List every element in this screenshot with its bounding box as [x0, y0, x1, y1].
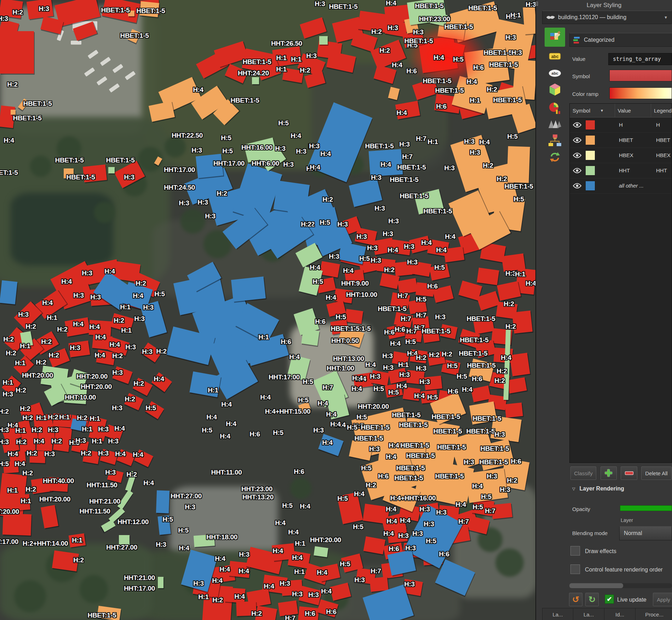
map-label: H:3: [193, 580, 204, 587]
color-ramp-preview[interactable]: [609, 87, 672, 99]
category-swatch[interactable]: [585, 150, 595, 160]
classify-button[interactable]: Classify: [570, 466, 596, 480]
category-row[interactable]: HH: [570, 117, 672, 133]
map-label: HHT:17.00: [213, 160, 245, 167]
opacity-slider[interactable]: [620, 505, 672, 511]
map-label: H:4: [133, 451, 143, 458]
map-label: H:4: [95, 334, 106, 340]
layer-selector[interactable]: building.120120 — building ▼: [542, 11, 672, 24]
map-label: HBET:1-5: [66, 174, 95, 180]
symbol-preview[interactable]: [609, 70, 672, 81]
apply-button[interactable]: Apply: [653, 593, 672, 606]
tab-annotations[interactable]: [545, 117, 565, 131]
map-building: [41, 505, 58, 528]
category-row[interactable]: HHTHHT: [570, 163, 672, 178]
map-label: H:2: [16, 387, 26, 394]
header-symbol[interactable]: Symbol ▼: [570, 104, 615, 117]
blend-mode-select[interactable]: Normal: [619, 526, 672, 540]
tab-symbology[interactable]: [545, 28, 565, 47]
map-label: H:2: [125, 396, 135, 402]
map-label: HHT:1.00: [327, 365, 354, 372]
eye-visibility-icon[interactable]: [573, 168, 582, 173]
map-label: HHT:17.00: [124, 585, 155, 592]
scrollbar-thumb[interactable]: [569, 583, 623, 588]
header-value[interactable]: Value: [615, 104, 651, 117]
map-label: H:3: [356, 233, 367, 240]
map-label: H:3: [306, 52, 317, 59]
eye-visibility-icon[interactable]: [573, 183, 582, 189]
category-swatch[interactable]: [585, 166, 595, 176]
map-label: H:1: [208, 387, 218, 394]
map-label: H:1: [121, 327, 132, 334]
category-swatch[interactable]: [585, 181, 595, 191]
eye-visibility-icon[interactable]: [573, 153, 582, 158]
map-label: H:4: [390, 340, 401, 347]
tab-history[interactable]: [545, 150, 565, 164]
tab-style[interactable]: [545, 133, 565, 149]
control-order-checkbox[interactable]: [570, 564, 580, 574]
map-label: HBET:1-5: [136, 7, 165, 14]
map-label: H:3: [73, 292, 84, 299]
tab-diagrams[interactable]: [545, 101, 565, 115]
map-label: H:6: [305, 610, 315, 617]
map-label: H:3: [404, 243, 414, 250]
remove-category-button[interactable]: [621, 466, 637, 480]
category-row[interactable]: HBETHBET: [570, 132, 672, 148]
bottom-tab-identify[interactable]: Id...: [604, 608, 636, 620]
bottom-tab-layer-styling[interactable]: La...: [573, 608, 604, 620]
category-value: HBET: [619, 137, 633, 143]
live-update-checkbox[interactable]: ✔: [605, 595, 614, 604]
plus-icon: ✚: [605, 468, 613, 479]
map-label: H:3: [470, 149, 480, 156]
bottom-tab-layers[interactable]: La...: [542, 608, 573, 620]
map-label: H:4: [445, 233, 455, 240]
value-expression-input[interactable]: string_to_array: [608, 53, 672, 65]
map-label: H:2: [371, 28, 382, 35]
redo-button[interactable]: ↻: [585, 593, 599, 606]
eye-visibility-icon[interactable]: [573, 137, 582, 143]
map-building: [512, 310, 533, 333]
draw-effects-checkbox[interactable]: [570, 546, 580, 556]
map-label: H:1: [198, 593, 209, 600]
draw-effects-label: Draw effects: [585, 548, 616, 555]
horizontal-scrollbar[interactable]: [569, 583, 672, 588]
map-label: H:3: [48, 426, 58, 433]
category-swatch[interactable]: [585, 135, 595, 145]
add-category-button[interactable]: ✚: [601, 466, 617, 480]
map-label: H:3: [399, 371, 410, 378]
map-label: HHT:10.00: [65, 394, 96, 401]
map-label: HBET:1-5: [55, 157, 84, 163]
map-building: [471, 385, 491, 402]
map-label: HHT:20.00: [310, 536, 341, 543]
map-building: [369, 576, 389, 592]
map-label: H:3: [337, 221, 348, 228]
delete-all-button[interactable]: Delete All: [641, 466, 672, 480]
map-building: [108, 167, 115, 173]
control-order-label: Control feature rendering order: [585, 567, 672, 573]
map-label: H:3: [371, 174, 381, 181]
layer-rendering-header[interactable]: ▽ Layer Rendering: [572, 486, 624, 492]
renderer-type-select[interactable]: Categorized: [569, 33, 672, 47]
category-row[interactable]: HBEXHBEX: [570, 148, 672, 163]
header-legend[interactable]: Legend: [651, 104, 672, 117]
tab-3d-view[interactable]: [545, 82, 565, 97]
map-label: H:4: [330, 421, 341, 427]
map-label: H:3: [313, 427, 324, 434]
map-label: H:1: [398, 361, 409, 368]
undo-button[interactable]: ↺: [569, 593, 582, 606]
eye-visibility-icon[interactable]: [573, 122, 582, 128]
bottom-tab-processing[interactable]: Proce...: [635, 608, 672, 620]
map-label: H:4: [42, 299, 53, 306]
map-canvas[interactable]: H:3H:2H:3HBET:1-5HBET:1-5HBET:1-5H:2HBET…: [0, 0, 535, 620]
map-label: H:2: [301, 221, 311, 228]
map-label: HBET:1-5: [242, 58, 271, 65]
category-swatch[interactable]: [585, 120, 595, 130]
map-label: HBET:1-5: [421, 328, 450, 334]
map-label: H:3: [205, 213, 216, 219]
tab-labels[interactable]: abc: [545, 50, 565, 62]
map-label: H:3: [108, 438, 119, 444]
map-label: H:4: [143, 480, 154, 486]
tab-masks[interactable]: abc: [545, 67, 565, 79]
category-row[interactable]: all other ...: [570, 178, 672, 194]
map-label: H:3: [435, 314, 446, 320]
